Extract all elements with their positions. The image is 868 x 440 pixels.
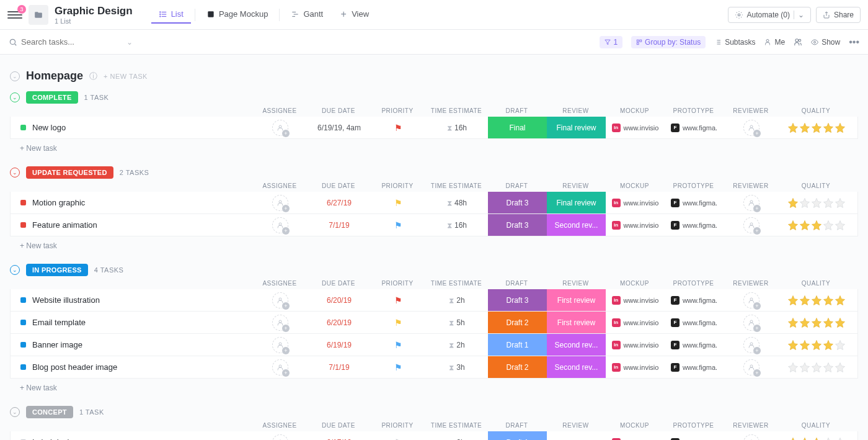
task-row[interactable]: Banner image6/19/19⚑⧗2hDraft 1Second rev… [10, 334, 858, 356]
mockup-link[interactable]: inwww.invisio [609, 296, 662, 305]
status-badge[interactable]: UPDATE REQUESTED [26, 166, 113, 179]
collapse-status-icon[interactable]: ⌄ [10, 407, 20, 417]
assignee-add[interactable] [272, 217, 288, 233]
mockup-link[interactable]: inwww.invisio [609, 221, 662, 230]
reviewer-add[interactable] [743, 120, 760, 136]
reviewer-add[interactable] [743, 292, 760, 308]
quality-stars[interactable] [787, 362, 846, 373]
time-estimate[interactable]: ⧗2h [426, 334, 488, 356]
task-row[interactable]: Feature animation7/1/19⚑⧗16hDraft 3Secon… [10, 214, 858, 236]
info-icon[interactable]: ⓘ [89, 71, 97, 82]
mockup-link[interactable]: inwww.invisio [609, 123, 662, 132]
prototype-link[interactable]: Fwww.figma. [668, 296, 720, 305]
mockup-link[interactable]: inwww.invisio [609, 199, 662, 207]
due-date[interactable]: 6/19/19, 4am [308, 117, 370, 138]
review-tag[interactable]: First review [547, 312, 606, 333]
new-task-button[interactable]: + New task [10, 379, 858, 392]
prototype-link[interactable]: Fwww.figma. [668, 363, 720, 372]
collapse-status-icon[interactable]: ⌄ [10, 168, 20, 177]
draft-tag[interactable]: Draft 2 [488, 356, 547, 378]
draft-tag[interactable]: Draft 3 [488, 289, 547, 311]
priority-flag-icon[interactable]: ⚑ [394, 295, 402, 305]
status-badge[interactable]: COMPLETE [26, 91, 78, 104]
search-box[interactable]: ⌄ [9, 37, 133, 47]
prototype-link[interactable]: Fwww.figma. [668, 221, 720, 230]
priority-flag-icon[interactable]: ⚑ [394, 438, 402, 441]
collapse-status-icon[interactable]: ⌄ [10, 92, 20, 102]
prototype-link[interactable]: Fwww.figma. [668, 123, 720, 132]
status-badge[interactable]: CONCEPT [26, 406, 73, 418]
assignee-add[interactable] [272, 434, 288, 441]
prototype-link[interactable]: Fwww.figma. [668, 438, 720, 441]
assignee-add[interactable] [272, 337, 288, 353]
folder-icon[interactable] [29, 5, 48, 25]
show-button[interactable]: Show [811, 38, 840, 47]
due-date[interactable]: 6/19/19 [308, 334, 370, 356]
share-button[interactable]: Share [816, 7, 861, 23]
new-task-header-button[interactable]: + NEW TASK [104, 73, 148, 80]
due-date[interactable]: 7/1/19 [308, 214, 370, 236]
quality-stars[interactable] [787, 295, 846, 306]
filter-count-pill[interactable]: 1 [600, 36, 622, 48]
draft-tag[interactable]: Final [488, 117, 547, 138]
collapse-status-icon[interactable]: ⌄ [10, 265, 20, 275]
priority-flag-icon[interactable]: ⚑ [394, 340, 402, 350]
automate-button[interactable]: Automate (0) ⌄ [728, 7, 811, 23]
chevron-down-icon[interactable]: ⌄ [126, 38, 133, 47]
assignee-add[interactable] [272, 315, 288, 331]
quality-stars[interactable] [787, 317, 846, 328]
review-tag[interactable]: Second rev... [547, 356, 606, 378]
reviewer-add[interactable] [743, 217, 760, 233]
review-tag[interactable]: Final review [547, 117, 606, 138]
time-estimate[interactable]: ⧗16h [426, 214, 488, 236]
prototype-link[interactable]: Fwww.figma. [668, 341, 720, 349]
task-row[interactable]: Motion graphic6/27/19⚑⧗48hDraft 3Final r… [10, 192, 858, 214]
time-estimate[interactable]: ⧗3h [426, 356, 488, 378]
time-estimate[interactable]: ⧗48h [426, 192, 488, 213]
new-task-button[interactable]: + New task [10, 236, 858, 250]
time-estimate[interactable]: ⧗5h [426, 312, 488, 333]
me-button[interactable]: Me [764, 38, 785, 47]
priority-flag-icon[interactable]: ⚑ [394, 198, 402, 208]
priority-flag-icon[interactable]: ⚑ [394, 220, 402, 230]
review-tag[interactable]: First review [547, 289, 606, 311]
task-row[interactable]: Label design6/17/19⚑⧗6hDraft 1-inwww.inv… [10, 431, 858, 440]
draft-tag[interactable]: Draft 2 [488, 312, 547, 333]
time-estimate[interactable]: ⧗2h [426, 289, 488, 311]
groupby-pill[interactable]: Group by: Status [631, 36, 706, 48]
assignee-add[interactable] [272, 195, 288, 211]
quality-stars[interactable] [787, 197, 846, 209]
view-tab-page-mockup[interactable]: Page Mockup [199, 6, 276, 24]
reviewer-add[interactable] [743, 359, 760, 375]
time-estimate[interactable]: ⧗6h [426, 431, 488, 440]
due-date[interactable]: 7/1/19 [308, 356, 370, 378]
task-row[interactable]: Blog post header image7/1/19⚑⧗3hDraft 2S… [10, 356, 858, 379]
assignee-add[interactable] [272, 292, 288, 308]
quality-stars[interactable] [787, 220, 846, 231]
menu-toggle[interactable]: 3 [7, 7, 22, 22]
time-estimate[interactable]: ⧗16h [426, 117, 488, 138]
new-task-button[interactable]: + New task [10, 139, 858, 153]
due-date[interactable]: 6/27/19 [308, 192, 370, 213]
mockup-link[interactable]: inwww.invisio [609, 363, 662, 372]
due-date[interactable]: 6/17/19 [308, 431, 370, 440]
assignee-add[interactable] [272, 359, 288, 375]
more-button[interactable]: ••• [849, 37, 859, 48]
review-tag[interactable]: Second rev... [547, 334, 606, 356]
assignees-button[interactable] [794, 38, 802, 47]
prototype-link[interactable]: Fwww.figma. [668, 199, 720, 207]
due-date[interactable]: 6/20/19 [308, 289, 370, 311]
reviewer-add[interactable] [743, 337, 760, 353]
view-tab-list[interactable]: List [151, 6, 191, 24]
draft-tag[interactable]: Draft 1 [488, 431, 547, 440]
task-row[interactable]: Email template6/20/19⚑⧗5hDraft 2First re… [10, 312, 858, 334]
add-view-button[interactable]: +View [332, 6, 376, 24]
mockup-link[interactable]: inwww.invisio [609, 438, 662, 441]
priority-flag-icon[interactable]: ⚑ [394, 362, 402, 372]
quality-stars[interactable] [787, 339, 846, 351]
collapse-group-icon[interactable]: ⌄ [10, 71, 20, 81]
status-badge[interactable]: IN PROGRESS [26, 264, 88, 276]
search-input[interactable] [21, 37, 108, 47]
draft-tag[interactable]: Draft 3 [488, 214, 547, 236]
assignee-add[interactable] [272, 120, 288, 136]
